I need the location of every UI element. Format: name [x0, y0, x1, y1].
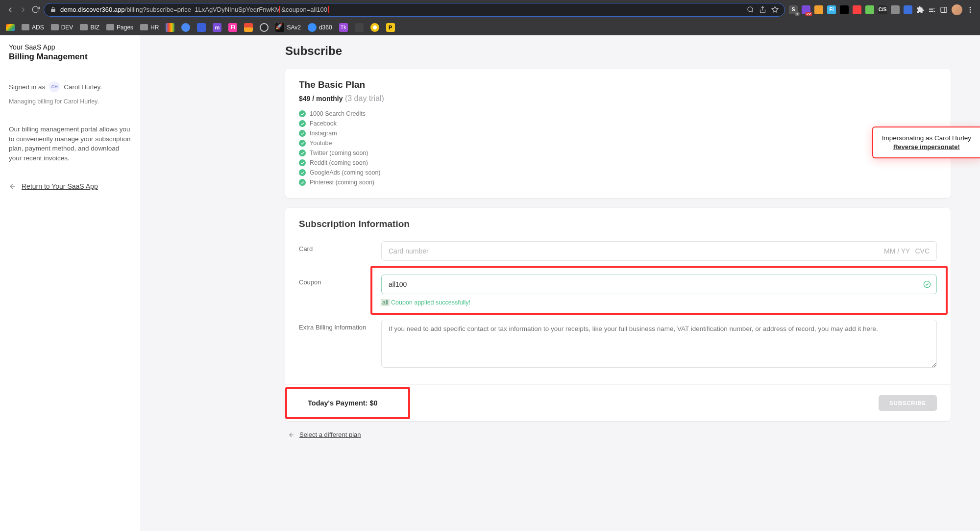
- back-button[interactable]: [6, 5, 15, 14]
- card-label: Card: [299, 241, 381, 253]
- ext-icon[interactable]: [840, 5, 849, 14]
- bookmark[interactable]: P: [386, 23, 395, 32]
- page-name: Billing Management: [9, 52, 131, 62]
- feature-list: 1000 Search CreditsFacebookInstagramYout…: [299, 109, 937, 187]
- ext-icon[interactable]: C/S: [878, 5, 887, 14]
- bookmark-folder-ads[interactable]: ADS: [22, 24, 44, 31]
- playlist-icon[interactable]: [928, 6, 936, 14]
- reload-button[interactable]: [31, 5, 40, 14]
- svg-point-8: [970, 11, 971, 13]
- bookmark[interactable]: [260, 23, 269, 32]
- bookmark[interactable]: [370, 23, 379, 32]
- feature-item: Instagram: [299, 128, 937, 138]
- arrow-left-icon: [288, 431, 295, 438]
- puzzle-icon[interactable]: [916, 6, 924, 14]
- bookmark-gmail[interactable]: [6, 24, 15, 31]
- check-icon: [299, 140, 306, 147]
- user-name: Carol Hurley.: [64, 83, 102, 91]
- bookmark[interactable]: [197, 23, 206, 32]
- plan-price: $49 / monthly: [299, 95, 343, 102]
- ext-icon[interactable]: S1: [789, 5, 798, 14]
- bookmark[interactable]: [244, 23, 253, 32]
- check-icon: [299, 120, 306, 127]
- signed-in-label: Signed in as: [9, 83, 45, 91]
- check-icon: [299, 179, 306, 186]
- feature-item: Youtube: [299, 138, 937, 148]
- arrow-left-icon: [9, 182, 17, 190]
- bookmark[interactable]: Fi: [228, 23, 237, 32]
- svg-marker-3: [772, 6, 778, 12]
- bookmark-bar: ADS DEV BIZ Pages HR m Fi 🚀SAv2 d360 Tk …: [0, 19, 980, 35]
- impersonation-toast: Impersonating as Carol Hurley Reverse im…: [872, 126, 980, 158]
- bookmark-folder-biz[interactable]: BIZ: [80, 24, 99, 31]
- svg-line-1: [752, 11, 753, 12]
- ext-icon[interactable]: FI: [827, 5, 836, 14]
- feature-item: Facebook: [299, 119, 937, 128]
- app-name: Your SaaS App: [9, 43, 131, 51]
- page-title: Subscribe: [285, 44, 951, 58]
- ext-icon[interactable]: [853, 5, 861, 14]
- extra-billing-label: Extra Billing Information: [299, 320, 381, 331]
- select-different-plan-link[interactable]: Select a different plan: [285, 431, 951, 438]
- feature-item: Pinterest (coming soon): [299, 177, 937, 187]
- card-number-placeholder: Card number: [389, 247, 429, 255]
- managing-text: Managing billing for Carol Hurley.: [9, 98, 131, 105]
- bookmark-folder-dev[interactable]: DEV: [51, 24, 74, 31]
- coupon-input[interactable]: [381, 275, 937, 294]
- bookmark-d360[interactable]: d360: [308, 23, 332, 32]
- svg-point-6: [970, 7, 971, 8]
- card-input[interactable]: Card number MM / YY CVC: [381, 241, 937, 261]
- panel-icon[interactable]: [940, 6, 948, 14]
- svg-rect-4: [941, 7, 947, 12]
- ext-icon[interactable]: 22: [802, 5, 810, 14]
- sidebar: Your SaaS App Billing Management Signed …: [0, 35, 140, 531]
- bookmark[interactable]: m: [213, 23, 221, 32]
- subscription-title: Subscription Information: [299, 219, 937, 229]
- coupon-success-message: all Coupon applied successfully!: [381, 299, 937, 306]
- check-icon: [299, 159, 306, 166]
- user-avatar-initials: CH: [49, 81, 60, 92]
- check-icon: [299, 110, 306, 117]
- ext-icon[interactable]: [904, 5, 912, 14]
- lock-icon: [50, 6, 56, 13]
- feature-item: Reddit (coming soon): [299, 158, 937, 168]
- subscribe-button[interactable]: SUBSCRIBE: [879, 395, 937, 411]
- forward-button[interactable]: [19, 5, 27, 14]
- check-circle-icon: [923, 280, 931, 290]
- bookmark[interactable]: Tk: [339, 23, 348, 32]
- coupon-label: Coupon: [299, 275, 381, 286]
- check-icon: [299, 169, 306, 176]
- browser-chrome: demo.discover360.app/billing?subscribe=p…: [0, 0, 980, 35]
- impersonation-text: Impersonating as Carol Hurley: [882, 134, 971, 142]
- extra-billing-textarea[interactable]: [381, 320, 937, 368]
- reverse-impersonate-link[interactable]: Reverse impersonate!: [882, 143, 971, 151]
- star-icon[interactable]: [771, 6, 779, 13]
- bookmark-folder-pages[interactable]: Pages: [106, 24, 133, 31]
- feature-item: Twitter (coming soon): [299, 148, 937, 158]
- profile-avatar[interactable]: [952, 4, 962, 15]
- check-icon: [299, 150, 306, 156]
- bookmark-folder-hr[interactable]: HR: [140, 24, 159, 31]
- ext-icon[interactable]: [814, 5, 823, 14]
- ext-icon[interactable]: [891, 5, 900, 14]
- feature-item: 1000 Search Credits: [299, 109, 937, 119]
- bookmark-sav2[interactable]: 🚀SAv2: [275, 23, 300, 32]
- bookmark[interactable]: [355, 23, 364, 32]
- plan-card: The Basic Plan $49 / monthly (3 day tria…: [285, 69, 951, 198]
- return-link[interactable]: Return to Your SaaS App: [9, 182, 131, 190]
- svg-point-7: [970, 9, 971, 10]
- search-icon[interactable]: [747, 6, 754, 13]
- plan-name: The Basic Plan: [299, 79, 937, 90]
- bookmark[interactable]: [166, 23, 174, 32]
- ext-icon[interactable]: [865, 5, 874, 14]
- main-content: Subscribe The Basic Plan $49 / monthly (…: [140, 35, 980, 531]
- bookmark[interactable]: [181, 23, 190, 32]
- svg-point-10: [924, 281, 930, 287]
- url-coupon-highlight: &coupon=all100: [279, 6, 329, 13]
- card-exp-placeholder: MM / YY: [884, 247, 910, 255]
- url-bar[interactable]: demo.discover360.app/billing?subscribe=p…: [44, 3, 785, 17]
- card-footer: Today's Payment: $0 SUBSCRIBE: [285, 384, 951, 421]
- card-cvc-placeholder: CVC: [915, 247, 930, 255]
- menu-icon[interactable]: [966, 6, 974, 14]
- share-icon[interactable]: [759, 6, 766, 13]
